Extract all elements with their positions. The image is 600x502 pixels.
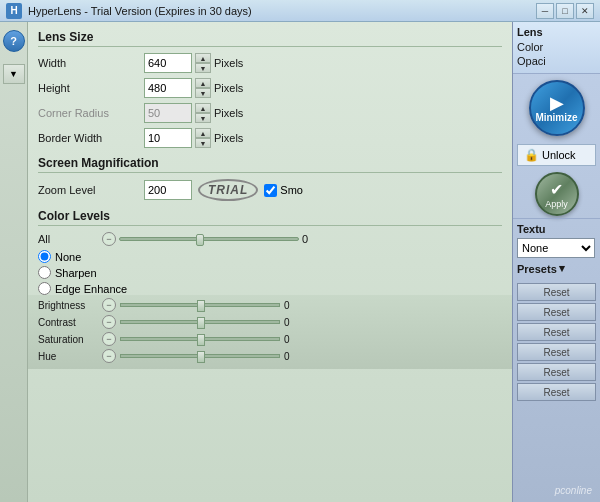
contrast-min-icon[interactable]: − (102, 315, 116, 329)
texture-select[interactable]: None (517, 238, 595, 258)
width-label: Width (38, 57, 138, 69)
contrast-track[interactable] (120, 320, 280, 324)
contrast-row: Contrast − 0 (38, 315, 512, 329)
reset-btn-1[interactable]: Reset (517, 283, 596, 301)
reset-btn-6[interactable]: Reset (517, 383, 596, 401)
smooth-checkbox[interactable] (264, 184, 277, 197)
trial-badge: TRIAL (198, 179, 258, 201)
corner-input[interactable] (144, 103, 192, 123)
all-slider-track[interactable] (119, 237, 299, 241)
texture-section: Textu None Presets ▾ (513, 218, 600, 279)
smooth-checkbox-label[interactable]: Smo (264, 184, 303, 197)
reset-btn-4[interactable]: Reset (517, 343, 596, 361)
zoom-input[interactable] (144, 180, 192, 200)
lock-icon: 🔒 (524, 148, 539, 162)
border-unit: Pixels (214, 132, 244, 144)
apply-button[interactable]: ✔ Apply (535, 172, 579, 216)
brightness-min-icon[interactable]: − (102, 298, 116, 312)
border-down[interactable]: ▼ (195, 138, 211, 148)
presets-chevron-icon: ▾ (559, 262, 565, 275)
height-up[interactable]: ▲ (195, 78, 211, 88)
width-spinners: ▲ ▼ (195, 53, 211, 73)
width-input-group: ▲ ▼ Pixels (144, 53, 244, 73)
corner-up[interactable]: ▲ (195, 103, 211, 113)
width-up[interactable]: ▲ (195, 53, 211, 63)
color-levels-title: Color Levels (38, 209, 502, 226)
all-slider-thumb[interactable] (196, 234, 204, 246)
saturation-label: Saturation (38, 334, 98, 345)
corner-input-group: ▲ ▼ Pixels (144, 103, 244, 123)
apply-check-icon: ✔ (550, 180, 563, 199)
minimize-arrow-icon: ▶ (550, 94, 564, 112)
color-levels-section: Color Levels All − 0 (38, 209, 502, 246)
right-panel: Lens Color Opaci ▶ Minimize 🔒 Unlock ✔ A… (512, 22, 600, 502)
height-input-group: ▲ ▼ Pixels (144, 78, 244, 98)
saturation-track[interactable] (120, 337, 280, 341)
height-label: Height (38, 82, 138, 94)
presets-label: Presets (517, 263, 557, 275)
saturation-row: Saturation − 0 (38, 332, 512, 346)
height-down[interactable]: ▼ (195, 88, 211, 98)
reset-buttons-area: Reset Reset Reset Reset Reset Reset (513, 279, 600, 502)
reset-btn-3[interactable]: Reset (517, 323, 596, 341)
sharpen-radio[interactable] (38, 266, 51, 279)
texture-title: Textu (517, 223, 596, 235)
sidebar-dropdown[interactable]: ▼ (3, 64, 25, 84)
border-input[interactable] (144, 128, 192, 148)
sharpen-option[interactable]: Sharpen (38, 266, 502, 279)
watermark: pconline (555, 485, 592, 496)
screen-mag-title: Screen Magnification (38, 156, 502, 173)
edge-option[interactable]: Edge Enhance (38, 282, 502, 295)
height-spinners: ▲ ▼ (195, 78, 211, 98)
width-down[interactable]: ▼ (195, 63, 211, 73)
filter-options: None Sharpen Edge Enhance (38, 250, 502, 295)
brightness-label: Brightness (38, 300, 98, 311)
edge-radio[interactable] (38, 282, 51, 295)
unlock-button[interactable]: 🔒 Unlock (517, 144, 596, 166)
opacity-field-label: Opaci (517, 55, 596, 67)
brightness-thumb[interactable] (197, 300, 205, 312)
help-button[interactable]: ? (3, 30, 25, 52)
saturation-thumb[interactable] (197, 334, 205, 346)
height-unit: Pixels (214, 82, 244, 94)
corner-down[interactable]: ▼ (195, 113, 211, 123)
saturation-value: 0 (284, 334, 290, 345)
bottom-sliders-area: Brightness − 0 Contrast − 0 Saturation − (28, 295, 512, 369)
close-window-btn[interactable]: ✕ (576, 3, 594, 19)
lens-size-section: Lens Size Width ▲ ▼ Pixels Height (38, 30, 502, 148)
hue-track[interactable] (120, 354, 280, 358)
saturation-min-icon[interactable]: − (102, 332, 116, 346)
hue-label: Hue (38, 351, 98, 362)
window-controls: ─ □ ✕ (536, 3, 594, 19)
width-unit: Pixels (214, 57, 244, 69)
height-row: Height ▲ ▼ Pixels (38, 78, 502, 98)
lens-size-title: Lens Size (38, 30, 502, 47)
minimize-window-btn[interactable]: ─ (536, 3, 554, 19)
title-bar-text: HyperLens - Trial Version (Expires in 30… (28, 5, 530, 17)
contrast-label: Contrast (38, 317, 98, 328)
border-up[interactable]: ▲ (195, 128, 211, 138)
none-radio[interactable] (38, 250, 51, 263)
restore-window-btn[interactable]: □ (556, 3, 574, 19)
brightness-track[interactable] (120, 303, 280, 307)
hue-min-icon[interactable]: − (102, 349, 116, 363)
presets-button[interactable]: Presets ▾ (517, 262, 596, 275)
app-icon: H (6, 3, 22, 19)
border-label: Border Width (38, 132, 138, 144)
corner-row: Corner Radius ▲ ▼ Pixels (38, 103, 502, 123)
reset-btn-5[interactable]: Reset (517, 363, 596, 381)
none-option[interactable]: None (38, 250, 502, 263)
height-input[interactable] (144, 78, 192, 98)
zoom-row: Zoom Level TRIAL Smo (38, 179, 502, 201)
screen-mag-section: Screen Magnification Zoom Level TRIAL Sm… (38, 156, 502, 201)
reset-btn-2[interactable]: Reset (517, 303, 596, 321)
hue-row: Hue − 0 (38, 349, 512, 363)
hue-thumb[interactable] (197, 351, 205, 363)
contrast-thumb[interactable] (197, 317, 205, 329)
width-input[interactable] (144, 53, 192, 73)
minimize-label: Minimize (535, 112, 577, 123)
all-slider-min-icon[interactable]: − (102, 232, 116, 246)
all-label: All (38, 233, 98, 245)
minimize-button[interactable]: ▶ Minimize (529, 80, 585, 136)
color-field-label: Color (517, 41, 596, 53)
